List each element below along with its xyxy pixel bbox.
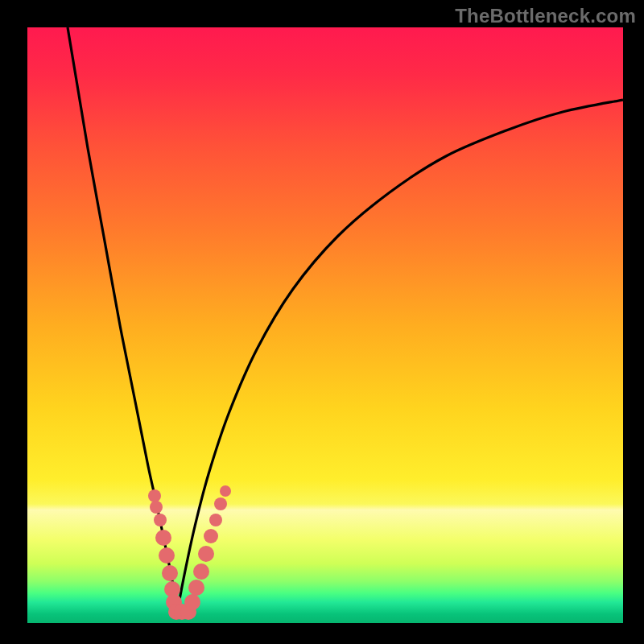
plot-area bbox=[27, 27, 623, 623]
highlight-dot bbox=[193, 564, 209, 580]
highlight-dot bbox=[148, 489, 161, 502]
highlight-dot bbox=[198, 546, 214, 562]
right-curve bbox=[176, 100, 623, 617]
highlight-dot bbox=[204, 529, 218, 543]
highlight-dot bbox=[188, 580, 204, 596]
curves-layer bbox=[27, 27, 623, 623]
highlight-dot bbox=[154, 514, 167, 526]
highlight-dot bbox=[150, 501, 163, 514]
chart-frame: TheBottleneck.com bbox=[0, 0, 644, 644]
highlight-dot bbox=[162, 565, 178, 581]
left-curve bbox=[68, 27, 176, 617]
highlight-dot bbox=[214, 497, 227, 510]
highlight-dot bbox=[209, 514, 222, 526]
watermark-text: TheBottleneck.com bbox=[455, 5, 636, 27]
highlight-dot bbox=[184, 594, 200, 610]
highlight-dot bbox=[220, 485, 231, 497]
highlight-dot bbox=[159, 547, 175, 564]
highlight-dot bbox=[155, 530, 171, 546]
